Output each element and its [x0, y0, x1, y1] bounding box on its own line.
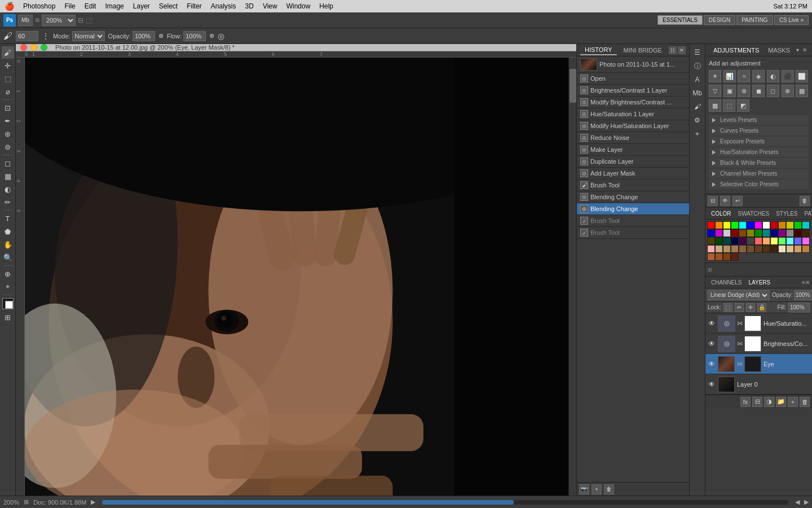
- layer-link-0[interactable]: ⋈: [737, 320, 742, 326]
- layer-visibility-1[interactable]: 👁: [708, 340, 716, 348]
- tab-swatches[interactable]: SWATCHES: [735, 209, 773, 218]
- bg-color-swatch[interactable]: [5, 301, 13, 309]
- solid-color-btn[interactable]: ⬚: [723, 99, 735, 112]
- lasso-tool-btn[interactable]: ⌀: [2, 85, 14, 98]
- history-item-8[interactable]: ◎Duplicate Layer: [577, 156, 689, 168]
- swatch-41[interactable]: [723, 245, 731, 253]
- history-item-11[interactable]: ◎Blending Change: [577, 191, 689, 203]
- layout-icon[interactable]: ⊞: [35, 17, 39, 23]
- adj-close-btn[interactable]: ✕: [801, 47, 809, 53]
- swatch-19[interactable]: [754, 229, 762, 237]
- opacity-input[interactable]: [133, 31, 155, 41]
- swatch-38[interactable]: [802, 237, 810, 245]
- fg-color-swatch[interactable]: [2, 298, 14, 309]
- layer-visibility-0[interactable]: 👁: [708, 319, 716, 327]
- swatch-13[interactable]: [707, 229, 715, 237]
- curves-icon-btn[interactable]: 📊: [723, 70, 736, 82]
- zoom-fit-btn[interactable]: ⊞: [24, 498, 29, 506]
- mb2-icon[interactable]: Mb: [691, 87, 704, 99]
- swatch-7[interactable]: [762, 221, 770, 229]
- history-expand-btn[interactable]: ⟩⟩: [669, 46, 677, 54]
- apple-menu[interactable]: 🍎: [0, 2, 19, 11]
- info-icon[interactable]: ⓘ: [691, 60, 704, 72]
- layers-close-btn[interactable]: ✕: [805, 279, 810, 286]
- swatch-36[interactable]: [786, 237, 794, 245]
- swatch-0[interactable]: [707, 221, 715, 229]
- lock-pixels-btn[interactable]: ✏: [735, 303, 744, 312]
- marquee-tool-btn[interactable]: ⬚: [2, 72, 14, 85]
- nav-prev-btn[interactable]: ◀: [795, 498, 800, 506]
- swatch-14[interactable]: [715, 229, 723, 237]
- pattern-btn[interactable]: ◩: [737, 99, 749, 112]
- swatch-6[interactable]: [754, 221, 762, 229]
- swatch-31[interactable]: [747, 237, 754, 245]
- adjustment-icon[interactable]: ☰: [691, 46, 704, 59]
- lock-position-btn[interactable]: ✛: [746, 303, 755, 312]
- settings-icon[interactable]: ⚙: [691, 114, 704, 126]
- adj-clip-btn[interactable]: ⊟: [708, 196, 718, 206]
- swatch-33[interactable]: [762, 237, 770, 245]
- adj-undo-btn[interactable]: ↩: [732, 196, 743, 206]
- zoom-select[interactable]: 200%: [42, 15, 76, 26]
- status-arrow-btn[interactable]: ▶: [91, 498, 95, 506]
- swatch-12[interactable]: [802, 221, 810, 229]
- eraser-btn[interactable]: ◻: [2, 157, 14, 169]
- adj-eye-btn[interactable]: 👁: [720, 196, 730, 206]
- layer-visibility-3[interactable]: 👁: [708, 380, 716, 388]
- swatch-47[interactable]: [770, 245, 778, 253]
- quick-mask-btn[interactable]: ⊞: [2, 311, 14, 323]
- photo-filter-btn[interactable]: ▽: [709, 85, 721, 97]
- huesat-icon-btn[interactable]: ◐: [767, 70, 779, 82]
- layer-link-1[interactable]: ⋈: [737, 340, 742, 347]
- levels-icon-btn[interactable]: ☀: [709, 70, 721, 82]
- camera2-icon[interactable]: ⌖: [691, 128, 704, 140]
- mode-select[interactable]: Normal: [72, 31, 105, 41]
- swatch-3[interactable]: [731, 221, 739, 229]
- swatch-39[interactable]: [707, 245, 715, 253]
- adj-collapse-btn[interactable]: ▾: [795, 47, 801, 53]
- swatch-37[interactable]: [794, 237, 802, 245]
- history-item-14[interactable]: 🖌Brush Tool: [577, 227, 689, 239]
- menu-window[interactable]: Window: [282, 0, 315, 12]
- swatch-4[interactable]: [739, 221, 747, 229]
- create-snapshot-btn[interactable]: 📷: [579, 484, 589, 494]
- swatch-15[interactable]: [723, 229, 731, 237]
- history-item-10[interactable]: 🖌Brush Tool: [577, 179, 689, 191]
- history-close-btn[interactable]: ✕: [678, 46, 686, 54]
- menu-help[interactable]: Help: [315, 0, 338, 12]
- invert-btn[interactable]: ◼: [752, 85, 765, 97]
- history-item-4[interactable]: ◎Hue/Saturation 1 Layer: [577, 108, 689, 120]
- 3d-btn[interactable]: ⊕: [2, 268, 14, 280]
- tab-paths[interactable]: PATHS: [801, 209, 812, 218]
- swatch-22[interactable]: [778, 229, 786, 237]
- posterize-btn[interactable]: ◻: [767, 85, 779, 97]
- dodge-btn[interactable]: ◐: [2, 183, 14, 195]
- brush-icon[interactable]: 🖌: [691, 100, 704, 113]
- opacity-icon[interactable]: ⊕: [158, 32, 164, 40]
- menu-3d[interactable]: 3D: [241, 0, 258, 12]
- menu-image[interactable]: Image: [100, 0, 128, 12]
- scrollbar-v[interactable]: [568, 58, 576, 496]
- layer-del-btn[interactable]: 🗑: [800, 397, 810, 407]
- swatch-10[interactable]: [786, 221, 794, 229]
- close-btn[interactable]: [20, 44, 27, 51]
- swatch-44[interactable]: [747, 245, 754, 253]
- menu-layer[interactable]: Layer: [129, 0, 155, 12]
- maximize-btn[interactable]: [41, 44, 47, 51]
- clone-btn[interactable]: ⊜: [2, 141, 14, 153]
- adj-trash-btn[interactable]: 🗑: [800, 196, 810, 206]
- swatch-32[interactable]: [754, 237, 762, 245]
- swatch-16[interactable]: [731, 229, 739, 237]
- menu-edit[interactable]: Edit: [80, 0, 101, 12]
- channel-mix-btn[interactable]: ▣: [723, 85, 736, 97]
- history-item-13[interactable]: 🖌Brush Tool: [577, 215, 689, 227]
- gradient-btn[interactable]: ▦: [2, 170, 14, 182]
- swatch-45[interactable]: [754, 245, 762, 253]
- create-new-btn[interactable]: +: [592, 484, 602, 494]
- arrange-icon[interactable]: ⊟: [78, 16, 83, 24]
- pen-btn[interactable]: ✏: [2, 196, 14, 208]
- swatch-20[interactable]: [762, 229, 770, 237]
- lock-all-btn[interactable]: 🔒: [757, 303, 766, 312]
- history-item-3[interactable]: ◎Modify Brightness/Contrast ...: [577, 97, 689, 108]
- menu-select[interactable]: Select: [155, 0, 182, 12]
